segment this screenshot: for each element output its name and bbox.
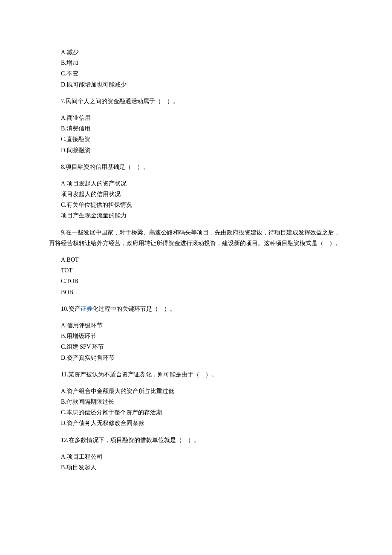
option-text: D.间接融资	[49, 145, 343, 156]
question-text: 9.在一些发展中国家，对于桥梁、高速公路和码头等项目，先由政府投资建设，待项目建…	[49, 227, 343, 249]
option-text: C.有关单位提供的担保情况	[49, 199, 343, 210]
option-text: A.项目工程公司	[49, 451, 343, 462]
option-text: A.信用评级环节	[49, 320, 343, 331]
option-text: C.本息的偿还分摊于整个资产的存活期	[49, 407, 343, 418]
option-text: B.项目发起人	[49, 462, 343, 473]
option-text: C.不变	[49, 68, 343, 79]
option-text: D.资产真实销售环节	[49, 353, 343, 363]
option-text: B.用增级环节	[49, 331, 343, 341]
question-text: 10.资产证券化过程中的关键环节是（ ）。	[49, 304, 343, 314]
question-suffix: 化过程中的关键环节是（ ）。	[92, 306, 176, 312]
option-text: A.减少	[49, 47, 343, 58]
option-text: D.资产债务人无权修改合同条款	[49, 418, 343, 428]
option-text: A.资产组合中金额最大的资产所占比重过低	[49, 386, 343, 396]
option-text: B.付款间隔期限过长	[49, 396, 343, 407]
document-page: A.减少 B.增加 C.不变 D.既可能增加也可能减少 7.民间个人之间的资金融…	[0, 0, 392, 555]
option-text: A.项目发起人的资产状况	[49, 178, 343, 189]
question-text: 11.某资产被认为不适合资产证券化，则可能是由于（ ）。	[49, 369, 343, 380]
option-text: C.TOB	[49, 276, 343, 286]
option-text: 项目发起人的信用状况	[49, 189, 343, 199]
option-text: C.直接融资	[49, 134, 343, 145]
question-text: 7.民间个人之间的资金融通活动属于（ ）。	[49, 96, 343, 107]
option-text: C.组建 SPV 环节	[49, 341, 343, 352]
option-text: 项目产生现金流量的能力	[49, 210, 343, 221]
question-prefix: 10.资产	[61, 306, 81, 312]
option-text: D.既可能增加也可能减少	[49, 79, 343, 90]
option-text: TOT	[49, 265, 343, 276]
hyperlink-text[interactable]: 证券	[81, 306, 92, 312]
question-text: 12.在多数情况下，项目融资的借款单位就是（ ）。	[49, 435, 343, 445]
option-text: B.增加	[49, 58, 343, 68]
option-text: A.BOT	[49, 254, 343, 265]
question-text: 8.项目融资的信用基础是（ ）。	[49, 162, 343, 172]
option-text: B.消费信用	[49, 123, 343, 134]
option-text: A.商业信用	[49, 113, 343, 123]
option-text: BOB	[49, 287, 343, 298]
